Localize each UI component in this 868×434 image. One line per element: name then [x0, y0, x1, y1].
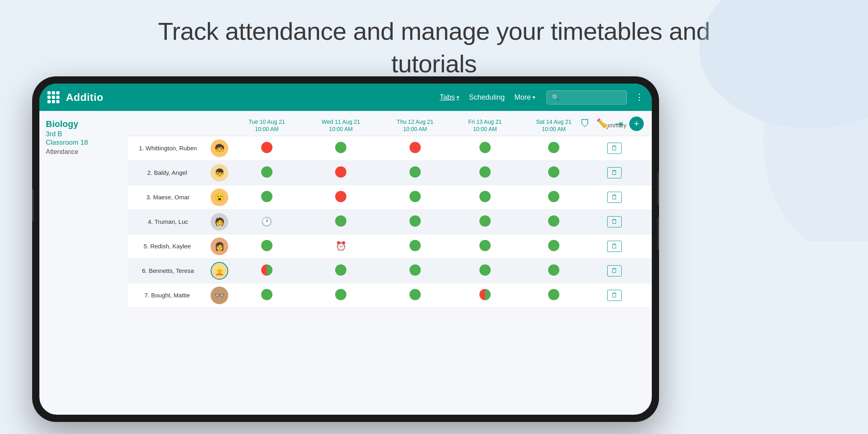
table-row: 2. Baldy, Angel👦🗒 — [128, 161, 652, 185]
more-options-button[interactable]: ⋮ — [635, 92, 644, 102]
summary-cell[interactable]: 🗒 — [589, 185, 640, 210]
col-date-3: Thu 12 Aug 21 10:00 AM — [379, 115, 451, 136]
attendance-cell[interactable] — [303, 161, 379, 185]
attendance-cell[interactable] — [303, 283, 379, 308]
attendance-cell[interactable] — [379, 283, 451, 308]
student-name: 1. Whittington, Ruben — [139, 145, 197, 151]
green-dot — [548, 142, 559, 153]
summary-icon: 🗒 — [607, 167, 622, 178]
attendance-cell[interactable] — [518, 161, 589, 185]
attendance-cell[interactable] — [518, 259, 589, 283]
attendance-cell[interactable] — [303, 185, 379, 210]
green-dot — [548, 166, 559, 178]
red-dot — [335, 191, 346, 202]
header-nav: Tabs ▾ Scheduling More ▾ — [440, 93, 535, 102]
green-dot — [548, 191, 559, 202]
table-row: 6. Bennetts, Teresa👱🗒 — [128, 259, 652, 283]
filter-icon[interactable]: ⛉ — [580, 118, 590, 129]
page-headline: Track attendance and manage your timetab… — [0, 0, 868, 80]
search-input[interactable] — [563, 94, 619, 100]
attendance-cell[interactable] — [518, 210, 589, 234]
attendance-cell[interactable] — [379, 161, 451, 185]
attendance-cell[interactable] — [451, 283, 518, 308]
attendance-cell[interactable] — [379, 136, 451, 161]
special-icon: ⏰ — [336, 241, 346, 251]
col-date-2: Wed 11 Aug 21 10:00 AM — [303, 115, 379, 136]
attendance-cell[interactable] — [451, 185, 518, 210]
attendance-cell[interactable] — [451, 234, 518, 259]
attendance-cell[interactable] — [518, 185, 589, 210]
col-date-4: Fri 13 Aug 21 10:00 AM — [451, 115, 518, 136]
attendance-cell[interactable] — [451, 161, 518, 185]
class-name: Biology — [46, 119, 121, 129]
half-dot — [479, 289, 491, 300]
volume-button — [32, 189, 34, 221]
tablet-frame: Additio Tabs ▾ Scheduling More ▾ 🔍 ⋮ — [32, 76, 659, 422]
attendance-cell[interactable] — [231, 234, 303, 259]
attendance-cell[interactable] — [451, 210, 518, 234]
student-name: 7. Bought, Mattie — [144, 292, 190, 299]
green-dot — [479, 240, 491, 251]
green-dot — [335, 289, 346, 300]
nav-tabs[interactable]: Tabs ▾ — [440, 93, 459, 102]
attendance-cell[interactable] — [303, 136, 379, 161]
attendance-cell[interactable] — [231, 161, 303, 185]
attendance-cell[interactable]: ⏰ — [303, 234, 379, 259]
student-name: 6. Bennetts, Teresa — [142, 267, 194, 274]
table-row: 4. Truman, Luc🧑🕐🗒 — [128, 210, 652, 234]
nav-scheduling[interactable]: Scheduling — [469, 93, 505, 102]
half-dot — [261, 264, 272, 276]
nav-more[interactable]: More ▾ — [514, 93, 535, 102]
attendance-cell[interactable] — [379, 259, 451, 283]
pin-right-icon[interactable]: ⇥ — [615, 118, 623, 129]
add-button[interactable]: + — [629, 117, 644, 131]
attendance-cell[interactable] — [379, 210, 451, 234]
green-dot — [548, 289, 559, 300]
attendance-cell[interactable] — [518, 234, 589, 259]
attendance-cell[interactable]: 🕐 — [231, 210, 303, 234]
attendance-cell[interactable] — [518, 283, 589, 308]
red-dot — [261, 142, 272, 153]
summary-cell[interactable]: 🗒 — [589, 283, 640, 308]
attendance-cell[interactable] — [303, 259, 379, 283]
attendance-cell[interactable] — [451, 136, 518, 161]
attendance-cell[interactable] — [231, 185, 303, 210]
table-row: 7. Bought, Mattie👓🗒 — [128, 283, 652, 308]
attendance-cell[interactable] — [379, 185, 451, 210]
table-row: 1. Whittington, Ruben🧒🗒 — [128, 136, 652, 161]
app-header: Additio Tabs ▾ Scheduling More ▾ 🔍 ⋮ — [39, 84, 652, 111]
clock-icon: 🕐 — [261, 217, 272, 227]
green-dot — [548, 240, 559, 251]
attendance-cell[interactable] — [231, 283, 303, 308]
green-dot — [479, 166, 491, 178]
summary-icon: 🗒 — [607, 241, 622, 252]
attendance-cell[interactable] — [303, 210, 379, 234]
class-room: Classroom 18 — [46, 139, 121, 147]
attendance-cell[interactable] — [451, 259, 518, 283]
avatar: 👦 — [211, 164, 228, 182]
green-dot — [261, 240, 272, 251]
summary-cell[interactable]: 🗒 — [589, 136, 640, 161]
avatar: 😮 — [211, 188, 228, 206]
avatar: 👩 — [211, 237, 228, 255]
red-dot — [409, 142, 421, 153]
attendance-cell[interactable] — [518, 136, 589, 161]
attendance-cell[interactable] — [379, 234, 451, 259]
main-content: Biology 3rd B Classroom 18 Attendance ⛉ … — [39, 111, 652, 308]
search-box[interactable]: 🔍 — [547, 90, 627, 104]
green-dot — [335, 215, 346, 227]
student-name: 4. Truman, Luc — [148, 218, 188, 225]
attendance-cell[interactable] — [231, 259, 303, 283]
edit-icon[interactable]: ✏️ — [596, 118, 608, 129]
search-icon: 🔍 — [552, 94, 560, 101]
summary-cell[interactable]: 🗒 — [589, 161, 640, 185]
green-dot — [261, 191, 272, 202]
col-avatar — [208, 115, 231, 136]
summary-cell[interactable]: 🗒 — [589, 234, 640, 259]
summary-cell[interactable]: 🗒 — [589, 259, 640, 283]
summary-cell[interactable]: 🗒 — [589, 210, 640, 234]
app-logo — [47, 91, 59, 103]
tabs-chevron-icon: ▾ — [457, 94, 459, 100]
attendance-cell[interactable] — [231, 136, 303, 161]
green-dot — [548, 215, 559, 227]
